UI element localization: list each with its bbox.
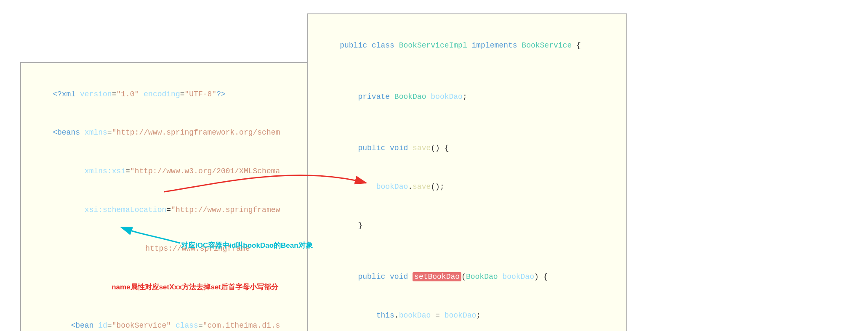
java-line-10: this.bookDao = bookDao; <box>322 296 613 331</box>
java-line-2 <box>322 65 613 78</box>
java-code-panel: public class BookServiceImpl implements … <box>307 13 627 331</box>
java-line-9: public void setBookDao(BookDao bookDao) … <box>322 258 613 297</box>
java-line-5: public void save() { <box>322 129 613 168</box>
xml-line-4: xsi:schemaLocation="http://www.springfra… <box>35 191 313 229</box>
xml-annotation-red: name属性对应setXxx方法去掉set后首字母小写部分 <box>35 268 313 307</box>
hl-setbookdao-method: setBookDao <box>413 272 461 281</box>
java-line-6: bookDao.save(); <box>322 168 613 207</box>
xml-line-2: <beans xmlns="http://www.springframework… <box>35 114 313 152</box>
annotation-cyan-text: 对应IOC容器中id叫bookDao的Bean对象 <box>181 241 313 250</box>
java-line-7: } <box>322 206 613 245</box>
java-line-3: private BookDao bookDao; <box>322 77 613 116</box>
xml-code-panel: <?xml version="1.0" encoding="UTF-8"?> <… <box>20 62 327 331</box>
xml-line-3: xmlns:xsi="http://www.w3.org/2001/XMLSch… <box>35 152 313 191</box>
java-line-1: public class BookServiceImpl implements … <box>322 26 613 65</box>
xml-line-1: <?xml version="1.0" encoding="UTF-8"?> <box>35 75 313 114</box>
java-line-4 <box>322 116 613 129</box>
xml-line-7: <bean id="bookService" class="com.itheim… <box>35 307 313 331</box>
java-line-8 <box>322 245 613 258</box>
